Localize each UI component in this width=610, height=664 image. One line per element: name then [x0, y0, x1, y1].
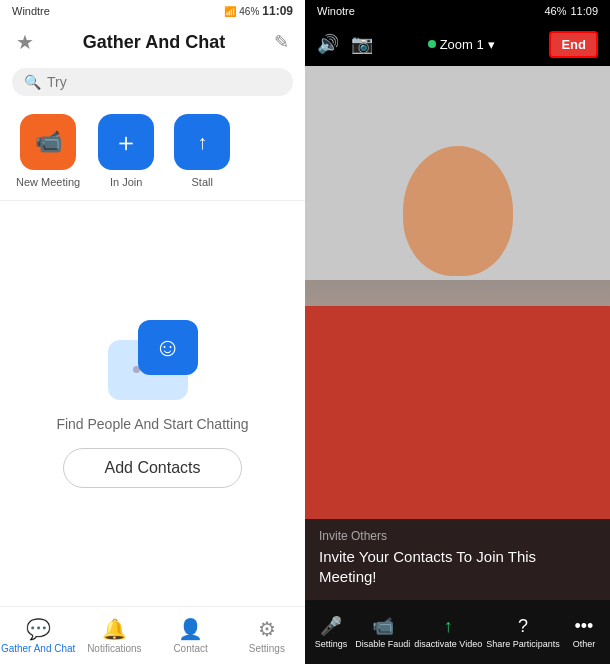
control-settings[interactable]: 🎤 Settings: [311, 615, 351, 649]
settings-nav-icon: ⚙: [258, 617, 276, 641]
speaker-icon[interactable]: 🔊: [317, 33, 339, 55]
action-join[interactable]: ＋ In Join: [96, 114, 156, 188]
search-bar[interactable]: 🔍: [12, 68, 293, 96]
chat-nav-label: Gather And Chat: [1, 643, 76, 654]
time-right: 11:09: [570, 5, 598, 17]
head-area: [403, 146, 513, 276]
status-bar-left: Windtre 📶 46% 11:09: [0, 0, 305, 22]
carrier-right: Winotre: [317, 5, 355, 17]
notifications-nav-label: Notifications: [87, 643, 141, 654]
nav-contact[interactable]: 👤 Contact: [153, 607, 229, 664]
invite-text: Invite Your Contacts To Join This Meetin…: [319, 547, 596, 586]
join-icon: ＋: [98, 114, 154, 170]
camera-icon[interactable]: 📷: [351, 33, 373, 55]
disable-faudi-label: Disable Faudi: [355, 639, 410, 649]
settings-control-label: Settings: [315, 639, 348, 649]
new-meeting-icon: 📹: [20, 114, 76, 170]
share-label: disactivate Video: [414, 639, 482, 649]
header-left: ★ Gather And Chat ✎: [0, 22, 305, 62]
nav-notifications[interactable]: 🔔 Notifications: [76, 607, 152, 664]
right-header-icons: 🔊 📷: [317, 33, 373, 55]
contact-nav-icon: 👤: [178, 617, 203, 641]
status-right: 46% 11:09: [544, 5, 598, 17]
carrier-left: Windtre: [12, 5, 50, 17]
signal-icon: 📶: [224, 6, 236, 17]
bubble-front: ☺: [138, 320, 198, 375]
smiley-icon: ☺: [154, 332, 181, 363]
zoom-label: Zoom 1: [440, 37, 484, 52]
bottom-controls: 🎤 Settings 📹 Disable Faudi ↑ disactivate…: [305, 600, 610, 664]
quick-actions: 📹 New Meeting ＋ In Join ↑ Stall: [0, 102, 305, 200]
control-other[interactable]: ••• Other: [564, 616, 604, 649]
empty-text: Find People And Start Chatting: [56, 416, 248, 432]
participants-icon: ?: [518, 616, 528, 637]
action-stall[interactable]: ↑ Stall: [172, 114, 232, 188]
battery-right: 46%: [544, 5, 566, 17]
control-participants[interactable]: ? Share Participants: [486, 616, 560, 649]
stall-icon: ↑: [174, 114, 230, 170]
zoom-dropdown-icon: ▾: [488, 37, 495, 52]
left-panel: Windtre 📶 46% 11:09 ★ Gather And Chat ✎ …: [0, 0, 305, 664]
nav-settings[interactable]: ⚙ Settings: [229, 607, 305, 664]
battery-left: 46%: [239, 6, 259, 17]
more-icon: •••: [574, 616, 593, 637]
other-label: Other: [573, 639, 596, 649]
zoom-status-dot: [428, 40, 436, 48]
participants-label: Share Participants: [486, 639, 560, 649]
status-icons-left: 📶 46% 11:09: [224, 4, 293, 18]
add-contacts-button[interactable]: Add Contacts: [63, 448, 241, 488]
chat-nav-icon: 💬: [26, 617, 51, 641]
settings-nav-label: Settings: [249, 643, 285, 654]
control-share[interactable]: ↑ disactivate Video: [414, 616, 482, 649]
search-input[interactable]: [47, 74, 281, 90]
empty-state: ☺ Find People And Start Chatting Add Con…: [0, 201, 305, 606]
right-header: 🔊 📷 Zoom 1 ▾ End: [305, 22, 610, 66]
app-title: Gather And Chat: [83, 32, 225, 53]
bottom-nav: 💬 Gather And Chat 🔔 Notifications 👤 Cont…: [0, 606, 305, 664]
video-feed: Invite Others Invite Your Contacts To Jo…: [305, 66, 610, 600]
chat-bubble-illustration: ☺: [108, 320, 198, 400]
search-icon: 🔍: [24, 74, 41, 90]
new-meeting-label: New Meeting: [16, 176, 80, 188]
invite-overlay: Invite Others Invite Your Contacts To Jo…: [305, 519, 610, 600]
status-bar-right: Winotre 46% 11:09: [305, 0, 610, 22]
stall-label: Stall: [192, 176, 213, 188]
control-disable-faudi[interactable]: 📹 Disable Faudi: [355, 615, 410, 649]
join-label: In Join: [110, 176, 142, 188]
star-icon[interactable]: ★: [16, 30, 34, 54]
end-call-button[interactable]: End: [549, 31, 598, 58]
mic-icon: 🎤: [320, 615, 342, 637]
invite-title: Invite Others: [319, 529, 596, 543]
edit-icon[interactable]: ✎: [274, 31, 289, 53]
zoom-badge[interactable]: Zoom 1 ▾: [428, 37, 495, 52]
notifications-nav-icon: 🔔: [102, 617, 127, 641]
time-left: 11:09: [262, 4, 293, 18]
contact-nav-label: Contact: [173, 643, 207, 654]
video-icon: 📹: [372, 615, 394, 637]
right-panel: Winotre 46% 11:09 🔊 📷 Zoom 1 ▾ End Invit…: [305, 0, 610, 664]
action-new-meeting[interactable]: 📹 New Meeting: [16, 114, 80, 188]
share-icon: ↑: [444, 616, 453, 637]
nav-gather-and-chat[interactable]: 💬 Gather And Chat: [0, 607, 76, 664]
